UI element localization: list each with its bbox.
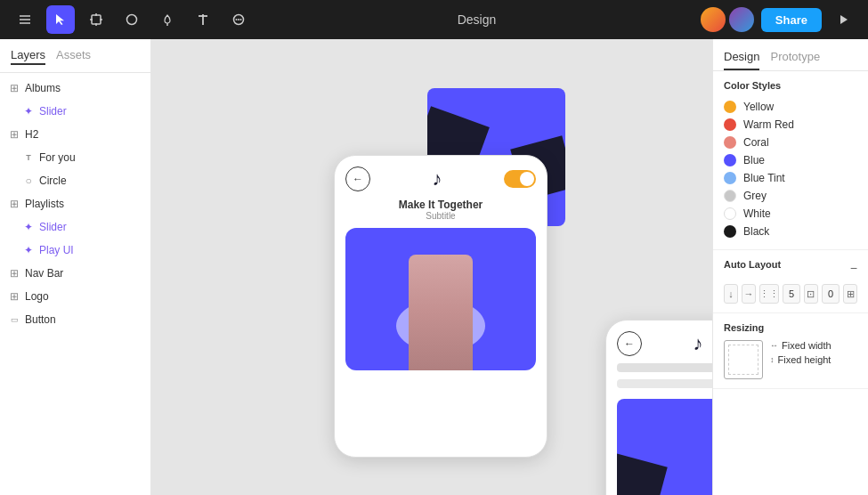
tab-layers[interactable]: Layers xyxy=(11,46,45,65)
resizing-section: Resizing ↔ Fixed width ↕ Fixed height xyxy=(713,313,868,389)
al-align-icon[interactable]: ⊞ xyxy=(843,284,857,304)
toolbar-right: Share xyxy=(701,5,857,34)
layer-playlists[interactable]: ⊞ Playlists xyxy=(0,192,150,215)
grid-icon: ⊞ xyxy=(7,81,21,95)
layer-foryou[interactable]: T For you xyxy=(0,146,150,169)
layer-slider1[interactable]: ✦ Slider xyxy=(0,100,150,123)
color-bluetint[interactable]: Blue Tint xyxy=(724,169,857,187)
color-warmred[interactable]: Warm Red xyxy=(724,116,857,134)
grid-icon-logo: ⊞ xyxy=(7,289,21,304)
al-padding-icon[interactable]: ⊡ xyxy=(804,284,818,304)
right-panel: Design Prototype Color Styles Yellow War… xyxy=(712,39,868,495)
auto-layout-collapse[interactable]: − xyxy=(850,261,857,275)
resizing-preview-box xyxy=(724,340,763,379)
layer-playui[interactable]: ✦ Play UI xyxy=(0,239,150,262)
resizing-options: ↔ Fixed width ↕ Fixed height xyxy=(770,340,831,365)
toolbar: Design Share xyxy=(0,0,868,39)
avatar-user1 xyxy=(701,7,726,32)
auto-layout-header: Auto Layout − xyxy=(724,259,857,277)
tab-assets[interactable]: Assets xyxy=(56,46,91,65)
cursor-tool[interactable] xyxy=(46,5,75,34)
main-body: Layers Assets ⊞ Albums ✦ Slider ⊞ H2 T F… xyxy=(0,39,868,495)
auto-layout-controls: ↓ → ⋮⋮ 5 ⊡ 0 ⊞ xyxy=(724,284,857,304)
color-grey[interactable]: Grey xyxy=(724,187,857,205)
resizing-layout: ↔ Fixed width ↕ Fixed height xyxy=(724,340,857,379)
component-icon-pu: ✦ xyxy=(21,243,36,257)
phone2-music-icon: ♪ xyxy=(694,332,703,355)
color-styles-title: Color Styles xyxy=(724,80,857,91)
phone1-back-btn[interactable]: ← xyxy=(345,166,370,191)
canvas[interactable]: ← ♪ Make It Together Subtitle xyxy=(151,39,712,495)
phone1-toggle-area xyxy=(504,170,536,188)
svg-marker-16 xyxy=(840,15,848,24)
phone1-header: ← ♪ xyxy=(345,166,536,191)
layers-list: ⊞ Albums ✦ Slider ⊞ H2 T For you ○ Circl… xyxy=(0,73,150,495)
text-tool[interactable] xyxy=(189,5,217,34)
color-white[interactable]: White xyxy=(724,205,857,223)
black-dot xyxy=(724,225,736,238)
left-panel: Layers Assets ⊞ Albums ✦ Slider ⊞ H2 T F… xyxy=(0,39,151,495)
right-panel-tabs: Design Prototype xyxy=(713,39,868,71)
album-figure xyxy=(409,255,473,370)
al-gap-value[interactable]: 5 xyxy=(783,284,800,304)
svg-point-14 xyxy=(238,19,239,20)
menu-icon[interactable] xyxy=(11,5,39,34)
grid-icon-h2: ⊞ xyxy=(7,127,21,142)
phone2-bar2 xyxy=(617,379,712,388)
tab-prototype[interactable]: Prototype xyxy=(770,46,820,70)
color-black[interactable]: Black xyxy=(724,223,857,240)
grid-icon-pl: ⊞ xyxy=(7,197,21,211)
share-button[interactable]: Share xyxy=(761,8,822,32)
panel-tabs: Layers Assets xyxy=(0,39,150,73)
fixed-width-option[interactable]: ↔ Fixed width xyxy=(770,340,831,351)
phone1-toggle[interactable] xyxy=(504,170,536,188)
phone2-back-btn[interactable]: ← xyxy=(617,331,642,356)
phone2-bar1 xyxy=(617,363,712,372)
figure-body xyxy=(409,255,473,370)
layer-h2[interactable]: ⊞ H2 xyxy=(0,123,150,146)
phone1-song-title: Make It Together xyxy=(345,199,536,211)
text-icon: T xyxy=(21,150,36,165)
layer-circle[interactable]: ○ Circle xyxy=(0,169,150,192)
color-styles-section: Color Styles Yellow Warm Red Coral Blue … xyxy=(713,71,868,250)
layer-navbar[interactable]: ⊞ Nav Bar xyxy=(0,262,150,285)
fixed-height-option[interactable]: ↕ Fixed height xyxy=(770,354,831,365)
layer-logo[interactable]: ⊞ Logo xyxy=(0,285,150,308)
chat-tool[interactable] xyxy=(224,5,253,34)
tab-design[interactable]: Design xyxy=(724,46,759,70)
coral-dot xyxy=(724,136,736,149)
rect-icon: ▭ xyxy=(7,312,21,327)
doc-title: Design xyxy=(260,12,694,27)
al-arrow-down[interactable]: ↓ xyxy=(724,284,738,304)
phone2-shape1 xyxy=(617,453,668,495)
white-dot xyxy=(724,207,736,220)
component-icon-s2: ✦ xyxy=(21,220,36,234)
al-gap-icon[interactable]: ⋮⋮ xyxy=(759,284,779,304)
phone2-album-mini xyxy=(617,399,712,495)
avatar-group xyxy=(701,7,754,32)
svg-point-8 xyxy=(127,15,137,25)
pen-tool[interactable] xyxy=(153,5,182,34)
layer-slider2[interactable]: ✦ Slider xyxy=(0,215,150,239)
auto-layout-section: Auto Layout − ↓ → ⋮⋮ 5 ⊡ 0 ⊞ xyxy=(713,250,868,313)
al-padding-value[interactable]: 0 xyxy=(822,284,840,304)
phone1-song-subtitle: Subtitle xyxy=(345,211,536,221)
yellow-dot xyxy=(724,101,736,113)
circle-tool[interactable] xyxy=(118,5,146,34)
grey-dot xyxy=(724,190,736,202)
al-arrow-right[interactable]: → xyxy=(742,284,756,304)
color-blue[interactable]: Blue xyxy=(724,151,857,169)
grid-icon-nb: ⊞ xyxy=(7,266,21,280)
phone1-album-art xyxy=(345,228,536,370)
bluetint-dot xyxy=(724,172,736,184)
svg-point-15 xyxy=(240,19,242,20)
layer-button[interactable]: ▭ Button xyxy=(0,308,150,331)
layer-albums[interactable]: ⊞ Albums xyxy=(0,77,150,100)
auto-layout-title: Auto Layout xyxy=(724,259,781,270)
frame-tool[interactable] xyxy=(82,5,110,34)
phone1-music-icon: ♪ xyxy=(433,167,442,191)
color-yellow[interactable]: Yellow xyxy=(724,98,857,116)
color-coral[interactable]: Coral xyxy=(724,134,857,151)
present-icon[interactable] xyxy=(829,5,857,34)
toggle-knob xyxy=(520,172,534,186)
